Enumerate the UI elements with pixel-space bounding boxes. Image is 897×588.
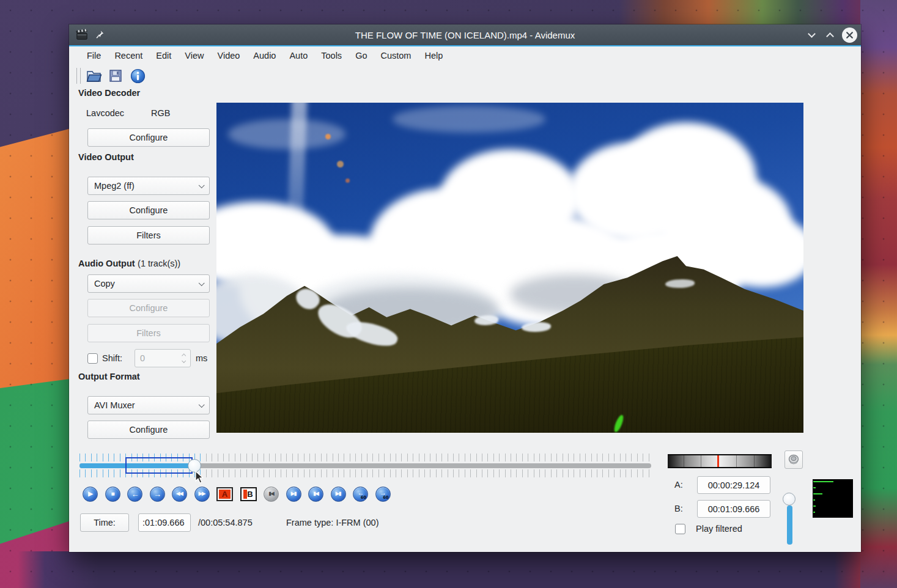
back-60s-button[interactable]: ←60	[353, 487, 368, 502]
video-configure-button[interactable]: Configure	[87, 201, 210, 219]
menu-edit[interactable]: Edit	[149, 48, 178, 63]
vu-bar	[813, 481, 833, 482]
menu-help[interactable]: Help	[418, 48, 449, 63]
audio-filters-button: Filters	[87, 324, 210, 342]
chevron-up-icon	[826, 32, 834, 40]
menu-custom[interactable]: Custom	[374, 48, 418, 63]
menu-audio[interactable]: Audio	[246, 48, 282, 63]
shift-checkbox[interactable]	[87, 353, 98, 364]
mark-a-button[interactable]: A	[216, 487, 233, 501]
next-black-frame-button[interactable]: ▶▮	[286, 487, 301, 502]
muxer-select[interactable]: AVI Muxer	[87, 396, 210, 414]
chevron-down-icon	[808, 30, 816, 38]
time-input[interactable]: :01:09.666	[138, 513, 191, 532]
information-button[interactable]	[128, 67, 147, 85]
maximize-button[interactable]	[821, 24, 839, 45]
lens-flare	[345, 178, 350, 183]
shift-unit-label: ms	[196, 353, 207, 363]
output-format-heading: Output Format	[78, 372, 140, 381]
speaker-icon	[788, 454, 800, 466]
marker-b-label: B:	[674, 504, 683, 513]
vu-bar	[813, 505, 816, 507]
menubar: File Recent Edit View Video Audio Auto T…	[69, 46, 861, 65]
marker-b-field[interactable]: 00:01:09.666	[697, 500, 770, 518]
decoder-configure-button[interactable]: Configure	[87, 128, 210, 147]
previous-frame-button[interactable]: ←	[127, 487, 142, 502]
video-decoder-heading: Video Decoder	[78, 88, 140, 98]
video-codec-select[interactable]: Mpeg2 (ff)	[87, 177, 210, 195]
lens-flare	[337, 161, 344, 167]
frame-type-label: Frame type: I-FRM (00)	[286, 518, 378, 527]
transport-controls: ▶ ■ ← → ◀◀ ▶▶ A B ▮◀ ▶▮ ▮◀ ▶▮ ←60 →60	[79, 485, 391, 503]
forward-60s-button[interactable]: →60	[375, 487, 391, 502]
volume-slider-track[interactable]	[787, 505, 792, 545]
audio-output-heading: Audio Output (1 track(s))	[78, 258, 180, 269]
previous-keyframe-button[interactable]: ▮◀	[308, 487, 323, 502]
total-duration-label: /00:05:54.875	[198, 518, 253, 527]
ab-selection-rectangle	[125, 457, 193, 474]
next-frame-button[interactable]: →	[150, 487, 165, 502]
vu-bar	[813, 499, 815, 501]
previous-black-frame-button: ▮◀	[264, 487, 279, 502]
marker-a-field[interactable]: 00:00:29.124	[697, 476, 770, 494]
window-title: THE FLOW OF TIME (ON ICELAND).mp4 - Avid…	[69, 30, 861, 40]
open-file-button[interactable]	[84, 67, 103, 85]
audio-vu-meter	[813, 479, 853, 518]
audio-toggle-button[interactable]	[784, 450, 803, 469]
video-output-heading: Video Output	[78, 152, 134, 162]
fast-forward-button[interactable]: ▶▶	[194, 487, 210, 502]
mark-b-button[interactable]: B	[240, 487, 257, 501]
avidemux-window: THE FLOW OF TIME (ON ICELAND).mp4 - Avid…	[69, 24, 861, 552]
jog-segment-line	[684, 455, 684, 467]
volume-slider-handle[interactable]	[783, 493, 795, 505]
video-filters-button[interactable]: Filters	[87, 226, 210, 244]
decoder-mode-label: RGB	[151, 108, 170, 118]
stop-button[interactable]: ■	[105, 487, 120, 502]
jog-segment-line	[736, 455, 737, 467]
audio-tracks-count: (1 track(s))	[138, 259, 180, 268]
save-file-button[interactable]	[106, 67, 125, 85]
shift-spinbox[interactable]: 0	[135, 349, 191, 367]
audio-codec-select[interactable]: Copy	[87, 274, 210, 293]
menu-go[interactable]: Go	[349, 48, 374, 63]
floppy-disk-icon	[108, 68, 123, 83]
cloud	[393, 106, 545, 132]
minimize-button[interactable]	[802, 24, 821, 45]
muxer-configure-button[interactable]: Configure	[87, 421, 210, 439]
vu-bar	[813, 487, 816, 488]
toolbar-drag-handle[interactable]	[76, 68, 81, 84]
play-button[interactable]: ▶	[83, 487, 98, 502]
toolbar	[69, 65, 861, 87]
menu-recent[interactable]: Recent	[108, 48, 149, 63]
jog-segment-line	[754, 455, 755, 467]
play-filtered-label: Play filtered	[696, 524, 742, 534]
chevron-down-icon	[199, 182, 204, 188]
spinner-arrows-icon[interactable]	[182, 354, 185, 362]
lens-flare	[325, 134, 331, 139]
video-preview	[216, 103, 803, 433]
close-button[interactable]	[840, 24, 858, 45]
menu-tools[interactable]: Tools	[314, 48, 349, 63]
titlebar[interactable]: THE FLOW OF TIME (ON ICELAND).mp4 - Avid…	[69, 24, 861, 45]
rewind-button[interactable]: ◀◀	[172, 487, 187, 502]
decoder-name-label: Lavcodec	[86, 108, 124, 118]
chevron-down-icon	[199, 402, 204, 407]
next-keyframe-button[interactable]: ▶▮	[331, 487, 346, 502]
play-filtered-checkbox[interactable]	[675, 524, 685, 534]
menu-auto[interactable]: Auto	[282, 48, 314, 63]
timeline[interactable]	[79, 452, 651, 479]
audio-configure-button: Configure	[87, 299, 210, 317]
info-icon	[130, 68, 146, 84]
time-button[interactable]: Time:	[80, 513, 129, 532]
mouse-cursor	[195, 471, 204, 484]
menu-file[interactable]: File	[80, 48, 108, 63]
chevron-down-icon	[199, 280, 204, 285]
jog-shuttle-wheel[interactable]	[668, 454, 772, 468]
vu-bar	[813, 493, 822, 494]
menu-view[interactable]: View	[178, 48, 210, 63]
menu-video[interactable]: Video	[211, 48, 247, 63]
jog-center-marker	[717, 455, 719, 467]
shift-label: Shift:	[102, 353, 122, 363]
marker-a-label: A:	[674, 480, 683, 490]
vu-bar	[813, 512, 815, 513]
